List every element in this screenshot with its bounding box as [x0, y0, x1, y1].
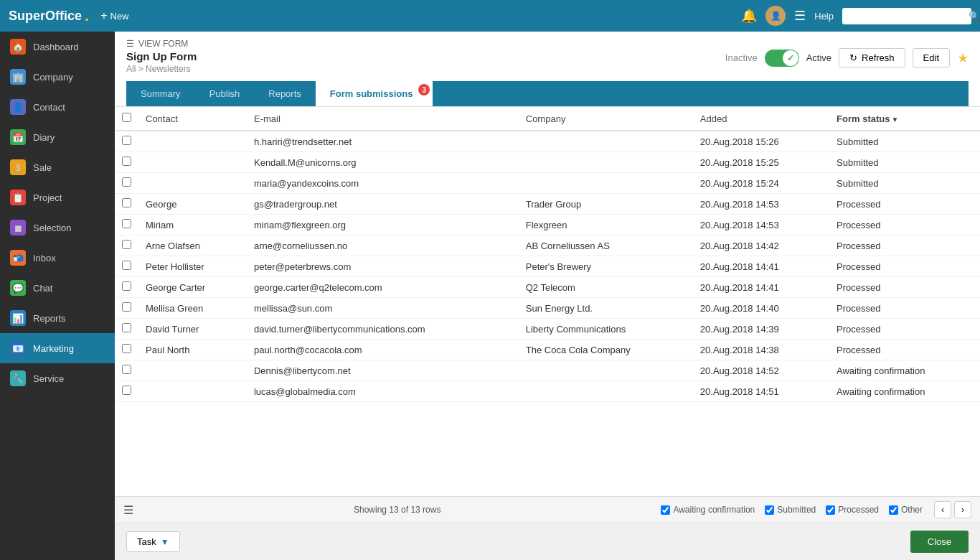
sidebar-item-selection[interactable]: ◼ Selection	[0, 213, 115, 243]
next-page-button[interactable]: ›	[954, 501, 971, 518]
row-company: Sun Energy Ltd.	[519, 298, 693, 319]
sidebar-item-inbox[interactable]: 📬 Inbox	[0, 243, 115, 273]
sidebar-item-project[interactable]: 📋 Project	[0, 182, 115, 213]
row-added: 20.Aug.2018 15:26	[693, 131, 829, 152]
row-company: Flexgreen	[519, 215, 693, 235]
tab-summary[interactable]: Summary	[126, 81, 195, 106]
sidebar-item-service[interactable]: 🔧 Service	[0, 363, 115, 393]
avatar[interactable]: 👤	[765, 6, 786, 26]
row-company: Peter's Brewery	[519, 256, 693, 277]
filter-submitted-checkbox[interactable]	[765, 505, 774, 515]
breadcrumb-newsletters[interactable]: Newsletters	[146, 64, 191, 74]
close-button[interactable]: Close	[910, 531, 969, 553]
row-status: Processed	[829, 340, 980, 360]
filter-awaiting[interactable]: Awaiting confirmation	[661, 505, 755, 515]
sidebar-label-chat: Chat	[33, 283, 52, 294]
row-checkbox-cell	[115, 360, 138, 381]
sidebar-item-contact[interactable]: 👤 Contact	[0, 92, 115, 122]
row-company	[519, 173, 693, 194]
row-checkbox[interactable]	[122, 219, 131, 228]
row-checkbox[interactable]	[122, 240, 131, 249]
row-checkbox[interactable]	[122, 157, 131, 166]
row-checkbox[interactable]	[122, 365, 131, 374]
breadcrumb-all[interactable]: All	[126, 64, 136, 74]
row-status: Submitted	[829, 131, 980, 152]
brand-dot: .	[85, 6, 89, 25]
row-checkbox[interactable]	[122, 344, 131, 353]
header-email: E-mail	[247, 107, 519, 131]
filter-submitted[interactable]: Submitted	[765, 505, 816, 515]
search-input[interactable]	[848, 11, 969, 22]
sidebar-item-dashboard[interactable]: 🏠 Dashboard	[0, 32, 115, 62]
tab-publish[interactable]: Publish	[195, 81, 255, 106]
row-checkbox[interactable]	[122, 302, 131, 312]
row-checkbox[interactable]	[122, 323, 131, 332]
task-button[interactable]: Task ▼	[126, 531, 180, 552]
row-contact: George	[138, 194, 247, 215]
filter-other[interactable]: Other	[889, 505, 923, 515]
view-form-icon: ☰	[126, 39, 134, 49]
table-row: Arne Olafsen arne@corneliussen.no AB Cor…	[115, 235, 980, 256]
row-checkbox[interactable]	[122, 198, 131, 207]
table-row: Mellisa Green mellissa@sun.com Sun Energ…	[115, 298, 980, 319]
sidebar-label-diary: Diary	[33, 132, 55, 143]
menu-icon[interactable]: ☰	[794, 8, 806, 24]
filter-awaiting-checkbox[interactable]	[661, 505, 670, 515]
table-footer: ☰ Showing 13 of 13 rows Awaiting confirm…	[115, 496, 980, 523]
refresh-button[interactable]: ↻ Refresh	[839, 48, 905, 67]
row-added: 20.Aug.2018 14:53	[693, 194, 829, 215]
sidebar-label-contact: Contact	[33, 102, 65, 113]
row-company	[519, 360, 693, 381]
row-contact	[138, 152, 247, 173]
row-checkbox[interactable]	[122, 386, 131, 395]
filter-processed-checkbox[interactable]	[826, 505, 835, 515]
row-email: paul.north@cocacola.com	[247, 340, 519, 360]
sidebar-item-diary[interactable]: 📅 Diary	[0, 122, 115, 152]
table-row: Peter Hollister peter@peterbrews.com Pet…	[115, 256, 980, 277]
tab-reports[interactable]: Reports	[254, 81, 316, 106]
sidebar-item-reports[interactable]: 📊 Reports	[0, 303, 115, 333]
active-toggle[interactable]: ✓	[765, 50, 799, 67]
row-email: Kendall.M@unicorns.org	[247, 152, 519, 173]
view-form-text: VIEW FORM	[138, 39, 188, 49]
filter-other-checkbox[interactable]	[889, 505, 898, 515]
sidebar-label-selection: Selection	[33, 223, 71, 233]
header-form-status[interactable]: Form status▼	[829, 107, 980, 131]
sidebar-item-sale[interactable]: $ Sale	[0, 152, 115, 182]
row-added: 20.Aug.2018 14:39	[693, 319, 829, 340]
tab-form-submissions[interactable]: Form submissions 3	[316, 81, 433, 106]
form-header: ☰ VIEW FORM Sign Up Form All > Newslette…	[115, 32, 980, 107]
row-checkbox[interactable]	[122, 177, 131, 187]
table-body: h.hariri@trendsetter.net 20.Aug.2018 15:…	[115, 131, 980, 402]
row-checkbox[interactable]	[122, 261, 131, 270]
help-button[interactable]: Help	[814, 11, 834, 22]
reports-icon: 📊	[10, 310, 26, 326]
table-wrapper[interactable]: Contact E-mail Company Added Form status…	[115, 107, 980, 496]
sidebar-item-company[interactable]: 🏢 Company	[0, 62, 115, 92]
sidebar-item-chat[interactable]: 💬 Chat	[0, 273, 115, 303]
row-added: 20.Aug.2018 14:41	[693, 256, 829, 277]
row-email: george.carter@q2telecom.com	[247, 277, 519, 298]
star-icon[interactable]: ★	[957, 50, 969, 66]
footer-menu-icon[interactable]: ☰	[123, 503, 133, 517]
row-contact: David Turner	[138, 319, 247, 340]
bell-icon[interactable]: 🔔	[741, 8, 757, 24]
new-button[interactable]: + New	[100, 9, 128, 22]
plus-icon: +	[100, 9, 107, 22]
row-added: 20.Aug.2018 14:52	[693, 360, 829, 381]
row-checkbox[interactable]	[122, 136, 131, 145]
select-all-checkbox[interactable]	[122, 113, 131, 122]
form-status-label: Form status	[837, 113, 890, 124]
prev-page-button[interactable]: ‹	[934, 501, 951, 518]
table-row: George gs@tradergroup.net Trader Group 2…	[115, 194, 980, 215]
filter-processed[interactable]: Processed	[826, 505, 879, 515]
form-header-actions: Inactive ✓ Active ↻ Refresh Edit ★	[725, 48, 969, 67]
row-checkbox[interactable]	[122, 281, 131, 291]
row-checkbox-cell	[115, 319, 138, 340]
edit-button[interactable]: Edit	[913, 48, 950, 67]
row-company: AB Corneliussen AS	[519, 235, 693, 256]
row-checkbox-cell	[115, 340, 138, 360]
row-checkbox-cell	[115, 298, 138, 319]
sidebar-label-reports: Reports	[33, 313, 66, 324]
sidebar-item-marketing[interactable]: 📧 Marketing	[0, 333, 115, 363]
